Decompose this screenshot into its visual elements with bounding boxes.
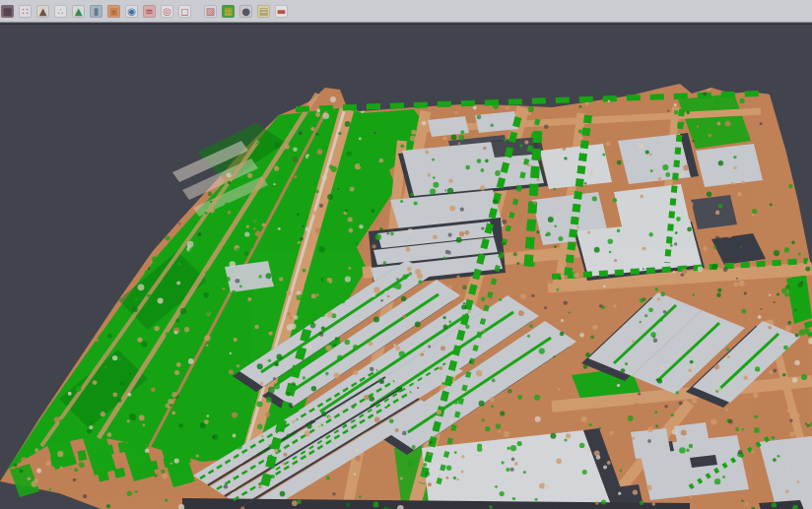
texture-map-icon-glyph: ▤ (259, 4, 268, 17)
fit-region-icon[interactable]: ◻ (178, 5, 191, 18)
classification-map-icon[interactable]: ▦ (222, 5, 235, 18)
orthophoto-icon-glyph: ▣ (109, 4, 118, 17)
report-icon-glyph: ▬ (277, 4, 286, 17)
histogram-icon-glyph: ▮ (94, 4, 100, 17)
dem-surface-icon-glyph: ▲ (75, 4, 83, 17)
point-cloud-icon[interactable]: ∴ (54, 5, 67, 18)
point-cloud-icon-glyph: ∴ (57, 4, 63, 17)
report-icon[interactable]: ▬ (275, 5, 288, 18)
tr6-dark (691, 195, 737, 229)
target-circle-icon-glyph: ◎ (163, 4, 171, 17)
histogram-icon[interactable]: ▮ (90, 5, 102, 18)
scene-svg[interactable] (0, 25, 812, 509)
marker-points-icon-glyph: ∷ (22, 4, 28, 17)
terrain-mesh-icon-glyph: ▲ (39, 4, 47, 17)
fit-region-icon-glyph: ◻ (180, 4, 188, 17)
dark-sphere-icon-glyph: ● (241, 4, 250, 17)
globe-icon-glyph: ◉ (127, 4, 136, 17)
project-thumbnail-icon[interactable]: ▩ (1, 5, 14, 18)
dem-surface-icon[interactable]: ▲ (72, 5, 85, 18)
toolbar: ▩∷▲∴▲▮▣◉≡◎◻▨▦●▤▬ (0, 0, 812, 23)
dark-sphere-icon[interactable]: ● (239, 5, 252, 18)
d4a-roof (631, 428, 671, 459)
crop-bounds-icon[interactable]: ▨ (204, 5, 217, 18)
project-thumbnail-icon-glyph: ▩ (3, 4, 12, 17)
texture-map-icon[interactable]: ▤ (257, 5, 270, 18)
target-circle-icon[interactable]: ◎ (161, 5, 173, 18)
annotations-icon[interactable]: ≡ (143, 5, 156, 18)
toolbar-icons: ▩∷▲∴▲▮▣◉≡◎◻▨▦●▤▬ (1, 5, 293, 18)
classification-map-icon-glyph: ▦ (224, 4, 233, 17)
application-window: ▩∷▲∴▲▮▣◉≡◎◻▨▦●▤▬ (0, 0, 812, 509)
marker-points-icon[interactable]: ∷ (19, 5, 32, 18)
orthophoto-icon[interactable]: ▣ (107, 5, 120, 18)
crop-bounds-icon-glyph: ▨ (206, 4, 215, 17)
d4b-roof (674, 422, 710, 453)
terrain-mesh-icon[interactable]: ▲ (36, 5, 49, 18)
tr3-roof (696, 144, 763, 187)
annotations-icon-glyph: ≡ (145, 4, 153, 17)
viewport-3d[interactable] (0, 24, 812, 509)
globe-icon[interactable]: ◉ (125, 5, 138, 18)
